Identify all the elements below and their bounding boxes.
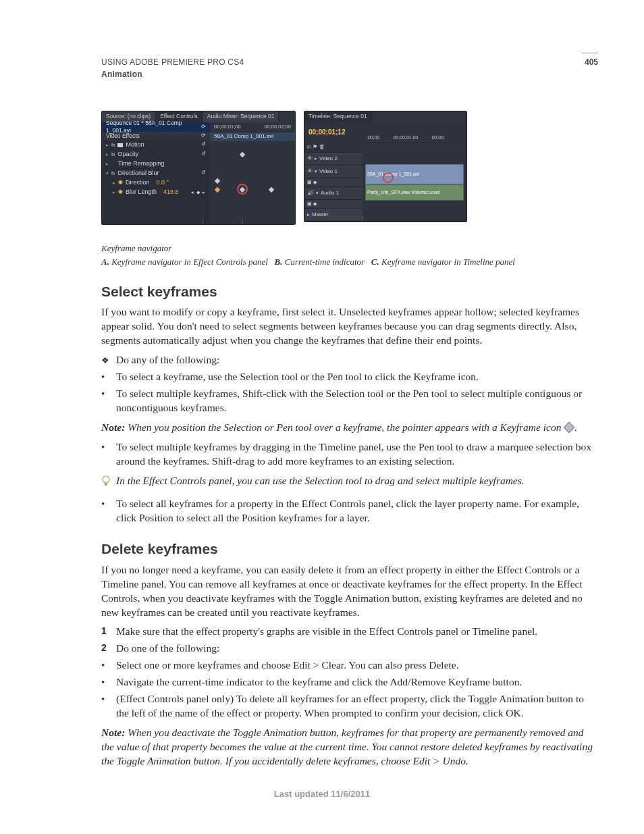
fx-icon: fx (111, 170, 115, 176)
keyframe-icon[interactable] (215, 186, 220, 192)
bullet-icon (101, 440, 116, 469)
ec-tab-audio-mixer[interactable]: Audio Mixer: Sequence 01 (203, 111, 279, 122)
tl-v2-label: Video 2 (319, 155, 338, 163)
tl-ruler-2: 00;00; (431, 134, 444, 140)
ec-dir-blur-label: Directional Blur (117, 169, 159, 177)
ec-lane-db (210, 167, 295, 177)
ec-time-a: 00;00;01;00 (214, 124, 241, 130)
ec-keyframe-area[interactable] (210, 141, 295, 194)
callout-tick (242, 219, 243, 225)
tl-tab[interactable]: Timeline: Sequence 01 (304, 111, 372, 122)
callout-circle-icon (237, 184, 248, 194)
reset-icon[interactable]: ↺ (201, 141, 206, 149)
disclosure-icon: ▸ (106, 161, 109, 167)
select-keyframes-list-3: To select all keyframes for a property i… (101, 497, 598, 525)
tl-time-ruler[interactable]: :00;00 00;00;01;00 00;00; (363, 133, 466, 143)
svg-point-0 (103, 476, 109, 483)
tl-body: ⎚ ⚑ 🗑 👁 ▸ Video 2 👁 ▾ (304, 142, 466, 221)
lightbulb-icon (101, 475, 111, 492)
ec-direction-value[interactable]: 0.0 ° (157, 178, 169, 186)
ec-row-blur-length[interactable]: ▸ ◉ Blur Length 418.8 ◂ ◆ ▸ (102, 188, 210, 197)
tl-clip-a1[interactable]: Party_Life_SFX.wav Volume:Level (365, 184, 464, 201)
reset-icon[interactable]: ↺ (201, 170, 206, 177)
disclosure-icon: ▸ (113, 180, 115, 186)
tl-track-master[interactable]: ▸ Master (304, 209, 363, 221)
tl-track-a1[interactable]: 🔊 ▾ Audio 1 (304, 187, 363, 200)
step-number: 1 (101, 625, 116, 639)
snap-icon[interactable]: ⎚ (307, 144, 311, 151)
list-item: (Effect Controls panel only) To delete a… (101, 692, 598, 721)
list-item: To select all keyframes for a property i… (101, 497, 598, 525)
effect-controls-panel: Source: (no clips) Effect Controls Audio… (101, 111, 296, 225)
bullet-icon (101, 692, 116, 721)
keyframe-icon[interactable] (215, 178, 220, 183)
speaker-icon[interactable]: 🔊 (307, 190, 314, 197)
fx-icon: fx (111, 151, 115, 157)
bullet-icon (101, 497, 116, 525)
ec-clip-title: 58A_01 Comp 1_001.avi (214, 133, 273, 140)
trash-icon[interactable]: 🗑 (319, 144, 325, 151)
svg-rect-1 (105, 483, 107, 486)
tl-ruler-0: :00;00 (367, 134, 379, 140)
marker-icon[interactable]: ⚑ (313, 144, 317, 151)
note-label: Note: (101, 421, 125, 433)
stopwatch-icon[interactable]: ◉ (118, 179, 123, 186)
select-keyframes-list-2: To select multiple keyframes by dragging… (101, 440, 598, 469)
ec-direction-label: Direction (126, 178, 150, 186)
ec-lane-blur-length (210, 185, 295, 194)
ec-row-dir-blur[interactable]: ▾ fx Directional Blur ↺ (102, 169, 210, 178)
diamond-bullet-icon (101, 353, 116, 367)
track-options-icon[interactable]: ▣ ◆ (307, 201, 317, 207)
legend-c-letter: C. (371, 257, 379, 267)
ec-lane-tr (210, 159, 295, 168)
keyframe-icon[interactable] (269, 186, 274, 192)
content: Source: (no clips) Effect Controls Audio… (101, 111, 598, 768)
list-item: Do any of the following: (101, 353, 598, 367)
disclosure-icon: ▸ (307, 211, 310, 217)
tl-timecode[interactable]: 00;00;01;12 (308, 128, 345, 137)
disclosure-icon: ▾ (316, 190, 319, 196)
tl-track-a1-sub[interactable]: ▣ ◆ (304, 200, 363, 209)
step-number: 2 (101, 642, 116, 656)
fx-icon: fx (111, 142, 115, 148)
motion-box-icon (117, 143, 123, 147)
ec-row-motion[interactable]: ▸ fx Motion ↺ (102, 140, 210, 150)
list-text: To select a keyframe, use the Selection … (116, 370, 598, 384)
tl-clip-area[interactable]: :00;00 00;00;01;00 00;00; 58A_01 Comp 1_… (363, 142, 466, 221)
figure: Source: (no clips) Effect Controls Audio… (101, 111, 598, 267)
link-icon[interactable]: ⟳ (201, 132, 206, 140)
keyframe-navigator-icon[interactable]: ◂ ◆ ▸ (191, 189, 206, 195)
disclosure-icon: ▸ (315, 155, 317, 161)
tl-ruler-1: 00;00;01;00 (393, 134, 418, 140)
delete-keyframes-intro: If you no longer need a keyframe, you ca… (101, 563, 598, 620)
tl-clip-a1-label: Party_Life_SFX.wav Volume:Level (367, 189, 439, 195)
figure-caption: Keyframe navigator (101, 242, 598, 255)
ec-lane-direction (210, 176, 295, 186)
sync-icon[interactable]: ⟳ (201, 124, 206, 131)
disclosure-icon: ▸ (106, 151, 109, 157)
ec-body: Sequence 01 * 58A_01 Comp 1_001.avi ⟳ Vi… (102, 122, 295, 224)
ec-blur-length-value[interactable]: 418.8 (163, 188, 179, 196)
tl-clip-v1[interactable]: 58A_01 Comp 1_001.avi (365, 164, 464, 184)
ec-row-time-remap[interactable]: ▸ Time Remapping (102, 159, 210, 169)
legend-a-text: Keyframe navigator in Effect Controls pa… (111, 257, 268, 267)
ec-clip-header: 58A_01 Comp 1_001.avi (210, 132, 295, 141)
heading-delete-keyframes: Delete keyframes (101, 540, 598, 558)
tl-track-v2[interactable]: 👁 ▸ Video 2 (304, 153, 363, 165)
ec-time-ruler[interactable]: 00;00;01;00 00;00;02;00 (210, 122, 295, 132)
tl-tools-row: ⎚ ⚑ 🗑 (304, 142, 363, 153)
track-options-icon[interactable]: ▣ ◆ (307, 179, 317, 185)
footer-updated: Last updated 11/6/2011 (0, 788, 644, 800)
eye-icon[interactable]: 👁 (307, 155, 313, 163)
tl-track-v1[interactable]: 👁 ▾ Video 1 (304, 165, 363, 178)
ec-row-opacity[interactable]: ▸ fx Opacity ↺ (102, 150, 210, 159)
stopwatch-icon[interactable]: ◉ (118, 188, 123, 196)
keyframe-icon[interactable] (240, 151, 245, 157)
tl-track-headers: ⎚ ⚑ 🗑 👁 ▸ Video 2 👁 ▾ (304, 142, 363, 221)
tl-track-v1-sub[interactable]: ▣ ◆ (304, 178, 363, 187)
eye-icon[interactable]: 👁 (307, 168, 313, 176)
page: USING ADOBE PREMIERE PRO CS4 Animation 4… (0, 0, 644, 834)
ec-row-direction[interactable]: ▸ ◉ Direction 0.0 ° (102, 178, 210, 188)
reset-icon[interactable]: ↺ (201, 151, 206, 158)
ec-properties-column: Sequence 01 * 58A_01 Comp 1_001.avi ⟳ Vi… (102, 122, 210, 224)
